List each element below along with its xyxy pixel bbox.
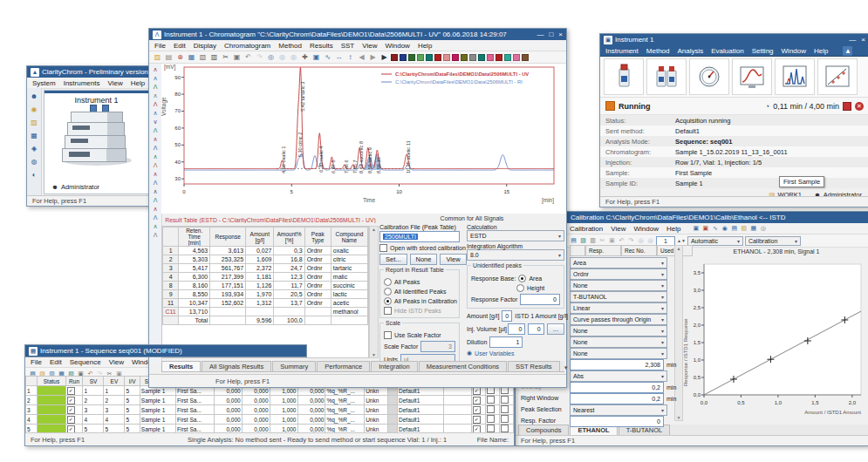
sequence-cell[interactable] bbox=[485, 415, 499, 425]
shift-icon[interactable]: ∧ bbox=[152, 222, 160, 230]
peak-tool-icon[interactable]: ∿ bbox=[323, 52, 332, 62]
menu-item-help[interactable]: Help bbox=[131, 79, 145, 87]
amount-input[interactable]: 0 bbox=[502, 310, 512, 322]
chromatogram-button[interactable] bbox=[775, 58, 815, 95]
run-checkbox[interactable]: ✓ bbox=[67, 416, 75, 424]
result-row[interactable]: 25,303253,3251,60916,8Ordnrcitric bbox=[163, 255, 368, 264]
menu-item-edit[interactable]: Edit bbox=[50, 358, 62, 366]
menu-item-evaluation[interactable]: Evaluation bbox=[711, 47, 743, 55]
menu-item-chromatogram[interactable]: Chromatogram bbox=[224, 42, 270, 50]
play-icon[interactable]: ▶ bbox=[379, 52, 389, 62]
device-monitor-button[interactable] bbox=[689, 58, 729, 95]
sequence-col-header[interactable] bbox=[26, 377, 38, 386]
chromatogram-plot[interactable]: [mV] Voltage 30405060708090051015Time[mi… bbox=[161, 64, 566, 214]
signal-color-swatch[interactable] bbox=[504, 54, 511, 61]
tab-integration[interactable]: Integration bbox=[371, 361, 417, 371]
signal-color-swatch[interactable] bbox=[391, 54, 398, 61]
istd-amount-input[interactable]: 0 bbox=[528, 323, 543, 335]
result-col-header[interactable]: Peak Type bbox=[304, 228, 331, 247]
cut-peak-icon[interactable]: Λ bbox=[152, 161, 160, 169]
prev-icon[interactable]: ◀ bbox=[357, 52, 366, 62]
data-acquisition-button[interactable] bbox=[732, 58, 772, 95]
signal-color-swatch[interactable] bbox=[513, 54, 520, 61]
maximize-button[interactable]: □ bbox=[549, 31, 553, 38]
compound-param-select[interactable]: Curve passes through Origin▾ bbox=[570, 314, 667, 325]
option-checkbox[interactable] bbox=[487, 405, 495, 413]
instrument-graphic[interactable] bbox=[60, 110, 133, 167]
signal-color-swatch[interactable] bbox=[469, 54, 476, 61]
result-col-header[interactable]: Response bbox=[210, 228, 246, 247]
peak-del-icon[interactable]: ∧ bbox=[152, 109, 160, 117]
abort-button[interactable]: ✕ bbox=[855, 102, 864, 111]
zoom-in-icon[interactable]: ◎ bbox=[266, 52, 276, 62]
sequence-col-header[interactable]: SV bbox=[83, 377, 104, 386]
result-row[interactable]: 46,300217,3991,18112,3Ordnrmalic bbox=[163, 273, 368, 282]
compound-param-select[interactable]: None▾ bbox=[570, 336, 667, 348]
window-icon[interactable]: ▦ bbox=[749, 225, 757, 233]
integration-select[interactable]: 8.0▾ bbox=[467, 249, 564, 261]
sequence-col-header[interactable]: Status bbox=[38, 377, 65, 386]
compound-param-select[interactable]: Area▾ bbox=[570, 257, 667, 268]
sequence-cell[interactable]: ✓ bbox=[65, 386, 83, 396]
new-calibration-icon[interactable]: ▤ bbox=[570, 237, 578, 245]
option-checkbox[interactable] bbox=[487, 415, 495, 423]
all-peaks-radio[interactable] bbox=[384, 278, 392, 286]
lock-icon[interactable]: ◈ bbox=[30, 144, 39, 153]
gear-icon[interactable]: ◉ bbox=[30, 105, 39, 114]
result-col-header[interactable]: Compound Name bbox=[331, 228, 367, 247]
all-identified-radio[interactable] bbox=[384, 288, 392, 296]
peak-start-icon[interactable]: ∧ bbox=[152, 65, 160, 73]
menu-item-setting[interactable]: Setting bbox=[752, 47, 774, 55]
menu-item-analysis[interactable]: Analysis bbox=[677, 47, 703, 55]
signal-color-swatch[interactable] bbox=[452, 54, 459, 61]
next-icon[interactable]: ▶ bbox=[368, 52, 378, 62]
signal-color-swatch[interactable] bbox=[408, 54, 415, 61]
tab-performance[interactable]: Performance bbox=[317, 361, 370, 371]
spike-filter-icon[interactable]: Λ bbox=[152, 196, 160, 204]
compound-param-select[interactable]: Linear▾ bbox=[570, 302, 667, 314]
minimize-button[interactable]: — bbox=[849, 36, 856, 44]
move-icon[interactable]: ↔ bbox=[334, 52, 344, 62]
subtract-icon[interactable]: Λ bbox=[152, 214, 160, 221]
compound-param-input[interactable]: 2,308 bbox=[570, 359, 664, 370]
negative-peak-icon[interactable]: ∨ bbox=[152, 118, 160, 126]
compound-param-select[interactable]: None▾ bbox=[570, 325, 667, 336]
exit-icon[interactable]: ◐ bbox=[30, 170, 39, 180]
menu-item-view[interactable]: View bbox=[109, 358, 124, 366]
instrument-icon[interactable]: ▣ bbox=[701, 225, 709, 233]
signal-color-swatch[interactable] bbox=[522, 54, 529, 61]
save-icon[interactable]: ▤ bbox=[164, 52, 174, 62]
sequence-col-header[interactable]: I/V bbox=[125, 377, 140, 386]
run-checkbox[interactable]: ✓ bbox=[67, 387, 75, 395]
sequence-col-header[interactable]: EV bbox=[104, 377, 125, 386]
chromatogram-title-bar[interactable]: Λ Instrument 1 - Chromatogram "C:\Clarit… bbox=[149, 29, 566, 40]
option-checkbox[interactable] bbox=[501, 396, 509, 404]
open-icon[interactable]: ▨ bbox=[153, 52, 162, 62]
option-checkbox[interactable] bbox=[487, 425, 495, 432]
result-row[interactable]: 35,417561,7672,37224,7Ordnrtartaric bbox=[163, 264, 368, 273]
set-button[interactable]: Set... bbox=[379, 254, 407, 265]
menu-item-instruments[interactable]: Instruments bbox=[64, 79, 100, 87]
compound-param-input[interactable]: 0,2 bbox=[570, 382, 664, 393]
open-stored-checkbox[interactable] bbox=[379, 244, 387, 252]
result-table[interactable]: Reten. Time [min]ResponseAmount [g/l]Amo… bbox=[162, 227, 368, 325]
signal-color-swatch[interactable] bbox=[487, 54, 494, 61]
copy-icon[interactable]: ▣ bbox=[232, 52, 242, 62]
help-icon[interactable]: ◎ bbox=[759, 225, 767, 233]
hide-istd-checkbox[interactable] bbox=[384, 307, 392, 315]
tab-measurement-conditions[interactable]: Measurement Conditions bbox=[419, 361, 507, 371]
menu-item-window[interactable]: Window bbox=[385, 42, 409, 50]
calibration-button[interactable] bbox=[817, 58, 858, 95]
valley-icon[interactable]: ∧ bbox=[152, 92, 160, 99]
menu-item-view[interactable]: View bbox=[107, 79, 122, 87]
zoom-out-icon[interactable]: ◎ bbox=[646, 237, 654, 245]
sequence-cell[interactable] bbox=[499, 415, 513, 425]
menu-item-window[interactable]: Window bbox=[633, 225, 658, 233]
single-analysis-button[interactable] bbox=[604, 58, 644, 95]
sequence-cell[interactable]: ✓ bbox=[471, 405, 485, 415]
compound-param-select[interactable]: None▾ bbox=[570, 280, 667, 291]
sequence-button[interactable] bbox=[646, 58, 687, 95]
sequence-cell[interactable]: ✓ bbox=[471, 396, 485, 405]
menu-item-view[interactable]: View bbox=[611, 225, 625, 233]
inj-volume-input[interactable]: 0 bbox=[508, 323, 525, 335]
